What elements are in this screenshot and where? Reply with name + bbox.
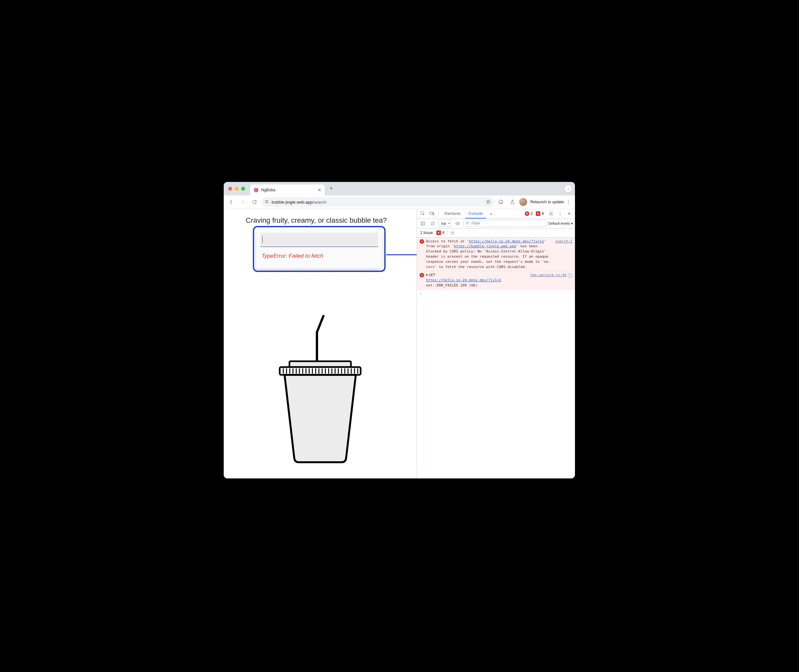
window-close-button[interactable] (228, 187, 232, 190)
cors-target-url-link[interactable]: https://hello-io-24.deno.dev/?lvl=1 (469, 239, 544, 243)
console-sidebar-toggle-icon[interactable] (419, 219, 427, 227)
svg-rect-37 (433, 213, 434, 215)
console-error-entry[interactable]: ✕ ▶GEThttps://hello-io-24.deno.dev/?lvl=… (417, 271, 575, 290)
issues-bar-badge[interactable]: ✕ 8 (436, 230, 445, 235)
labs-icon[interactable] (508, 197, 517, 207)
inspect-element-icon[interactable] (419, 210, 427, 218)
failed-request-url-link[interactable]: https://hello-io-24.deno.dev/?lvl=1 (426, 278, 501, 282)
issues-bar-count: 8 (442, 230, 445, 235)
divider (447, 230, 447, 235)
relaunch-button[interactable]: Relaunch to update ⋮ (529, 199, 572, 205)
console-toolbar: top Filter Default levels ▾ (417, 219, 575, 229)
devtools-tab-console[interactable]: Console (465, 209, 486, 219)
log-source: search:1 (552, 239, 572, 270)
forward-button[interactable] (238, 197, 248, 207)
context-label: top (441, 221, 446, 225)
log-levels-select[interactable]: Default levels ▾ (548, 221, 573, 226)
svg-rect-3 (265, 200, 266, 201)
error-count-badge[interactable]: ✕ 2 (525, 211, 533, 216)
console-filter-input[interactable]: Filter (463, 220, 546, 227)
bookmark-star-icon[interactable] (486, 199, 491, 205)
log-source-link[interactable]: search:1 (555, 239, 572, 243)
divider (438, 211, 439, 216)
devtools-close-icon[interactable]: ✕ (565, 210, 573, 218)
tab-close-icon[interactable]: ✕ (318, 187, 322, 193)
log-message: Access to fetch at 'https://hello-io-24.… (426, 239, 551, 270)
annotation-arrow-icon (386, 250, 417, 259)
issue-badge-icon: ✕ (436, 230, 441, 235)
chrome-menu-icon[interactable]: ⋮ (566, 199, 571, 205)
devtools-tabbar: Elements Console » ✕ 2 ✕ 8 ⋮ (417, 209, 575, 219)
tabstrip-expand-button[interactable]: ⌄ (565, 185, 572, 192)
error-icon: ✕ (420, 273, 424, 277)
svg-rect-36 (430, 212, 433, 214)
fetch-error-message: TypeError: Failed to fetch (262, 253, 323, 259)
browser-toolbar: bubble-jingle.web.app/search Relaunch to… (224, 195, 575, 209)
console-prompt[interactable]: › (417, 290, 575, 298)
devtools-menu-icon[interactable]: ⋮ (556, 210, 564, 218)
search-input[interactable] (260, 233, 378, 247)
live-expression-icon[interactable] (453, 219, 461, 227)
error-count-text: 2 (531, 211, 533, 216)
log-message: ▶GEThttps://hello-io-24.deno.dev/?lvl=1 … (426, 272, 525, 288)
console-log-area[interactable]: ✕ Access to fetch at 'https://hello-io-2… (417, 238, 575, 478)
svg-point-38 (550, 213, 552, 214)
browser-tab[interactable]: NgBoba ✕ (250, 184, 325, 195)
svg-point-44 (452, 232, 453, 234)
svg-rect-5 (265, 202, 266, 203)
chevron-down-icon: ▾ (571, 221, 573, 226)
svg-rect-6 (267, 202, 268, 203)
issue-badge-icon: ✕ (536, 211, 540, 216)
bubble-tea-cup-illustration (272, 309, 369, 465)
log-source-link[interactable]: tea.service.ts:42 (530, 273, 567, 277)
issues-label: 1 Issue: (420, 230, 434, 235)
back-button[interactable] (226, 197, 236, 207)
tab-strip: NgBoba ✕ + ⌄ (224, 182, 575, 195)
svg-line-42 (432, 222, 434, 224)
svg-rect-9 (290, 361, 351, 367)
text-caret (262, 236, 263, 243)
cors-origin-url-link[interactable]: https://bubble-jingle.web.app (454, 244, 516, 248)
svg-rect-4 (267, 200, 268, 201)
reload-button[interactable] (250, 197, 259, 207)
device-toolbar-icon[interactable] (428, 210, 436, 218)
url-text: bubble-jingle.web.app/search (272, 200, 483, 205)
address-bar[interactable]: bubble-jingle.web.app/search (261, 197, 494, 207)
ai-explain-icon[interactable]: ✧ (568, 273, 572, 278)
search-card: TypeError: Failed to fetch (256, 229, 382, 268)
issue-count-badge[interactable]: ✕ 8 (536, 211, 544, 216)
expand-triangle-icon[interactable]: ▶ (426, 272, 428, 277)
angular-favicon-icon (253, 187, 259, 193)
site-settings-icon[interactable] (264, 199, 269, 205)
devtools-settings-icon[interactable] (547, 210, 555, 218)
svg-rect-39 (421, 222, 424, 225)
svg-point-43 (457, 223, 458, 224)
clear-console-icon[interactable] (429, 219, 436, 227)
devtools-panel: Elements Console » ✕ 2 ✕ 8 ⋮ (417, 209, 575, 478)
filter-placeholder: Filter (471, 221, 480, 226)
issues-bar: 1 Issue: ✕ 8 (417, 229, 575, 238)
new-tab-button[interactable]: + (327, 184, 336, 193)
window-minimize-button[interactable] (235, 187, 239, 190)
levels-label: Default levels (548, 221, 570, 225)
execution-context-select[interactable]: top (438, 220, 452, 227)
content-area: Craving fruity, creamy, or classic bubbl… (224, 209, 575, 478)
window-zoom-button[interactable] (241, 187, 245, 190)
extensions-icon[interactable] (496, 197, 506, 207)
issue-count-text: 8 (542, 211, 544, 216)
profile-avatar[interactable] (519, 198, 527, 206)
tab-title: NgBoba (261, 188, 315, 192)
devtools-tab-elements[interactable]: Elements (441, 209, 464, 219)
console-error-entry[interactable]: ✕ Access to fetch at 'https://hello-io-2… (417, 238, 575, 272)
filter-icon (466, 221, 469, 225)
relaunch-label: Relaunch to update (530, 200, 564, 204)
more-tabs-icon[interactable]: » (487, 210, 495, 218)
error-icon: ✕ (420, 239, 424, 244)
console-settings-icon[interactable] (450, 229, 455, 237)
window-controls (226, 187, 248, 190)
page-heading: Craving fruity, creamy, or classic bubbl… (246, 216, 387, 225)
log-source: tea.service.ts:42✧ (527, 272, 572, 288)
browser-window: NgBoba ✕ + ⌄ bubble-jingle.web.ap (224, 182, 575, 478)
error-badge-icon: ✕ (525, 211, 529, 216)
webpage: Craving fruity, creamy, or classic bubbl… (224, 209, 417, 478)
